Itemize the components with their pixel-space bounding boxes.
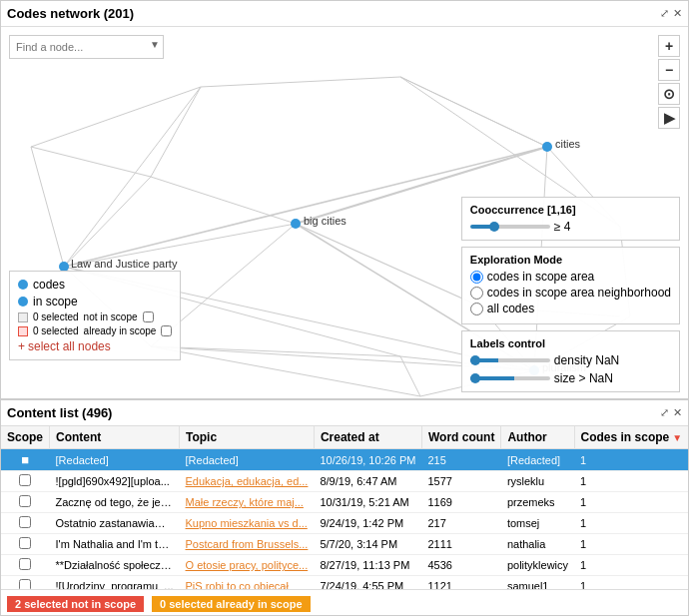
target-button[interactable]: ⊙	[658, 83, 680, 105]
scope-checkbox[interactable]	[19, 516, 31, 528]
legend-label-not-in-scope: 0 selected	[33, 311, 79, 322]
svg-point-32	[542, 142, 552, 152]
cell-word-count: 1169	[421, 492, 500, 513]
status-bar: 2 selected not in scope 0 selected alrea…	[1, 589, 688, 616]
col-author: Author	[501, 426, 574, 449]
exploration-radio-0[interactable]	[470, 271, 483, 284]
cell-content: Zacznę od tego, że jest...	[50, 492, 180, 513]
cooccurrence-value: ≥ 4	[554, 220, 571, 234]
table-row[interactable]: Ostatnio zastanawiam ... Kupno mieszkani…	[1, 513, 688, 534]
legend-item-already-in-scope: 0 selected already in scope	[18, 325, 172, 336]
content-panel: Content list (496) ⤢ ✕ Scope Content Top…	[1, 400, 688, 616]
cell-author: nathalia	[501, 534, 574, 555]
map-toolbar: + − ⊙ ▶	[658, 35, 680, 129]
svg-line-30	[151, 346, 420, 396]
cell-codes-in-scope: 1	[574, 534, 688, 555]
svg-line-9	[296, 224, 480, 307]
svg-line-18	[151, 177, 296, 224]
scope-checkbox[interactable]	[19, 558, 31, 570]
exploration-radio-1[interactable]	[470, 287, 483, 300]
cell-topic: Kupno mieszkania vs d...	[180, 513, 315, 534]
cell-author: rysleklu	[501, 471, 574, 492]
svg-line-28	[400, 77, 547, 147]
network-title-icons: ⤢ ✕	[660, 7, 682, 20]
table-header-row: Scope Content Topic Created at Word coun…	[1, 426, 688, 449]
col-codes-in-scope: Codes in scope ▼	[574, 426, 688, 449]
select-all-plus-icon: +	[18, 339, 25, 353]
cell-created-at: 7/24/19, 4:55 PM	[314, 576, 421, 590]
svg-line-27	[31, 147, 151, 177]
table-row[interactable]: ![Urodziny_programu_... PiS robi to co o…	[1, 576, 688, 590]
not-in-scope-badge: 2 selected not in scope	[7, 596, 144, 612]
legend-label-codes: codes	[33, 278, 65, 292]
size-label: size > NaN	[554, 371, 613, 385]
cell-content: [Redacted]	[50, 449, 180, 471]
network-canvas[interactable]: cities big cities Law and Justice party …	[1, 27, 688, 400]
density-slider[interactable]	[470, 358, 550, 362]
cooccurrence-slider[interactable]	[470, 225, 550, 229]
network-title-bar: Codes network (201) ⤢ ✕	[1, 1, 688, 27]
zoom-in-button[interactable]: +	[658, 35, 680, 57]
expand-icon[interactable]: ⤢	[660, 7, 669, 20]
cell-scope: ■	[1, 449, 50, 471]
cell-scope	[1, 513, 50, 534]
svg-line-6	[64, 87, 201, 267]
legend-label-not-in-scope-2: not in scope	[84, 311, 138, 322]
size-slider-row: size > NaN	[470, 371, 671, 385]
cell-word-count: 1577	[421, 471, 500, 492]
filter-icon[interactable]: ▼	[672, 432, 682, 443]
exploration-label-1: codes in scope area neighborhood	[487, 286, 671, 300]
table-row[interactable]: I'm Nathalia and I'm tur... Postcard fro…	[1, 534, 688, 555]
col-topic: Topic	[180, 426, 315, 449]
table-row[interactable]: ![pgld]690x492][uploa... Edukacja, eduka…	[1, 471, 688, 492]
cooccurrence-box: Cooccurrence [1,16] ≥ 4	[461, 197, 680, 241]
already-in-scope-checkbox[interactable]	[161, 325, 172, 336]
density-label: density NaN	[554, 353, 619, 367]
cell-scope	[1, 576, 50, 590]
col-created-at: Created at	[314, 426, 421, 449]
cell-created-at: 8/27/19, 11:13 PM	[314, 555, 421, 576]
scope-icon: ■	[21, 452, 29, 467]
table-row[interactable]: **Działalność społeczn... O etosie pracy…	[1, 555, 688, 576]
cell-content: I'm Nathalia and I'm tur...	[50, 534, 180, 555]
cell-word-count: 217	[421, 513, 500, 534]
scope-checkbox[interactable]	[19, 474, 31, 486]
cell-word-count: 4536	[421, 555, 500, 576]
zoom-out-button[interactable]: −	[658, 59, 680, 81]
legend-item-in-scope: in scope	[18, 295, 172, 308]
cooccurrence-title: Cooccurrence [1,16]	[470, 204, 671, 216]
cell-word-count: 215	[421, 449, 500, 471]
not-in-scope-checkbox[interactable]	[143, 311, 154, 322]
exploration-radio-2[interactable]	[470, 303, 483, 315]
cell-created-at: 8/9/19, 6:47 AM	[314, 471, 421, 492]
cell-author: [Redacted]	[501, 449, 574, 471]
exploration-title: Exploration Mode	[470, 254, 671, 266]
table-row[interactable]: Zacznę od tego, że jest... Małe rzeczy, …	[1, 492, 688, 513]
cell-topic: Edukacja, edukacja, ed...	[180, 471, 315, 492]
cell-word-count: 1121	[421, 576, 500, 590]
cell-author: polityklewicy	[501, 555, 574, 576]
cell-codes-in-scope: 1	[574, 555, 688, 576]
cell-topic: [Redacted]	[180, 449, 315, 471]
size-slider[interactable]	[470, 376, 550, 380]
close-icon[interactable]: ✕	[673, 7, 682, 20]
controls-panel: Cooccurrence [1,16] ≥ 4 Exploration Mode…	[461, 197, 680, 392]
cell-created-at: 10/26/19, 10:26 PM	[314, 449, 421, 471]
play-button[interactable]: ▶	[658, 107, 680, 129]
table-row[interactable]: ■ [Redacted] [Redacted] 10/26/19, 10:26 …	[1, 449, 688, 471]
cell-scope	[1, 492, 50, 513]
select-all-link[interactable]: + select all nodes	[18, 339, 172, 353]
scope-checkbox[interactable]	[19, 579, 31, 589]
svg-line-15	[151, 87, 201, 177]
labels-control-box: Labels control density NaN size > NaN	[461, 330, 680, 392]
cooccurrence-slider-row: ≥ 4	[470, 220, 671, 234]
find-node-input[interactable]	[9, 35, 164, 59]
svg-line-25	[31, 147, 64, 267]
col-content: Content	[50, 426, 180, 449]
cell-content: **Działalność społeczn...	[50, 555, 180, 576]
scope-checkbox[interactable]	[19, 495, 31, 507]
content-close-icon[interactable]: ✕	[673, 406, 682, 419]
legend-box: codes in scope 0 selected not in scope 0…	[9, 271, 181, 360]
content-expand-icon[interactable]: ⤢	[660, 406, 669, 419]
scope-checkbox[interactable]	[19, 537, 31, 549]
